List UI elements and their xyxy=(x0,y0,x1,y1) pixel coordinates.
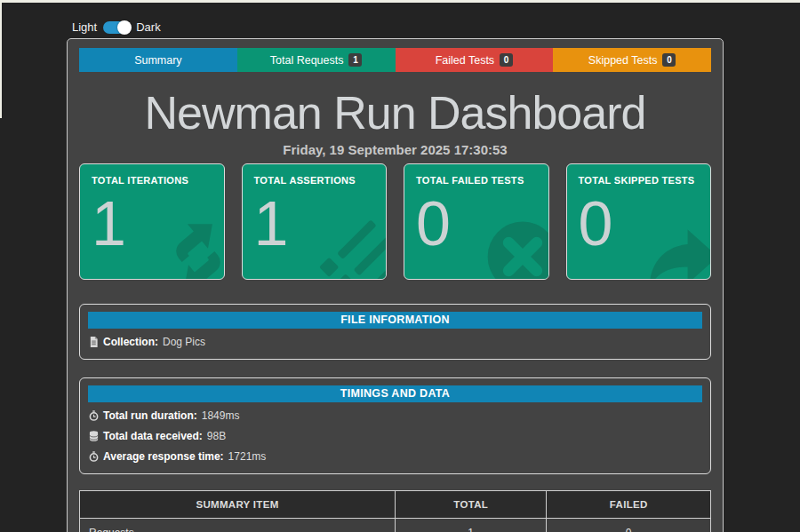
window-top-edge xyxy=(0,0,800,3)
timing-value: 1849ms xyxy=(202,409,240,423)
stat-card-total-failed-tests: TOTAL FAILED TESTS 0 xyxy=(404,163,549,280)
collection-label: Collection: xyxy=(103,335,158,349)
column-header-total: TOTAL xyxy=(396,491,547,519)
stat-cards: TOTAL ITERATIONS 1 TOTAL ASSERTIONS 1 TO… xyxy=(79,163,711,280)
cell-failed: 0 xyxy=(547,519,711,532)
tab-total-requests[interactable]: Total Requests 1 xyxy=(237,48,396,72)
file-information-panel: FILE INFORMATION Collection: Dog Pics xyxy=(79,304,711,360)
summary-table-header-row: SUMMARY ITEM TOTAL FAILED xyxy=(80,491,711,519)
timings-panel: TIMINGS AND DATA Total run duration: 184… xyxy=(79,377,711,474)
timing-value: 1721ms xyxy=(228,449,267,464)
times-circle-icon xyxy=(484,218,549,280)
cell-total: 1 xyxy=(396,519,547,532)
stat-card-total-assertions: TOTAL ASSERTIONS 1 xyxy=(242,163,388,280)
summary-table: SUMMARY ITEM TOTAL FAILED Requests 1 0 xyxy=(79,490,711,532)
stat-card-total-iterations: TOTAL ITERATIONS 1 xyxy=(79,163,225,280)
table-row-requests: Requests 1 0 xyxy=(80,519,711,532)
page-title: Newman Run Dashboard xyxy=(68,85,723,140)
tab-label: Skipped Tests xyxy=(588,54,658,67)
tab-skipped-tests[interactable]: Skipped Tests 0 xyxy=(553,48,711,72)
timing-label: Total data received: xyxy=(103,429,203,443)
theme-toggle-dark-label: Dark xyxy=(136,20,160,34)
tab-badge: 0 xyxy=(500,53,513,67)
tab-failed-tests[interactable]: Failed Tests 0 xyxy=(396,48,554,72)
tab-bar: Summary Total Requests 1 Failed Tests 0 … xyxy=(79,48,711,72)
database-icon xyxy=(89,431,99,441)
timing-label: Total run duration: xyxy=(103,409,197,423)
stat-card-label: TOTAL ASSERTIONS xyxy=(254,175,375,186)
collection-value: Dog Pics xyxy=(163,335,205,349)
column-header-failed: FAILED xyxy=(547,491,711,519)
timing-line-avg-response: Average response time: 1721ms xyxy=(89,449,702,464)
stopwatch-icon xyxy=(89,451,99,462)
tab-badge: 0 xyxy=(662,53,676,67)
file-information-header: FILE INFORMATION xyxy=(88,312,702,329)
window-left-edge xyxy=(0,3,2,118)
tab-label: Failed Tests xyxy=(436,54,494,67)
column-header-summary-item: SUMMARY ITEM xyxy=(80,491,396,519)
cell-item: Requests xyxy=(80,519,396,532)
timing-value: 98B xyxy=(207,429,226,443)
stat-card-label: TOTAL FAILED TESTS xyxy=(416,175,537,186)
stopwatch-icon xyxy=(89,410,99,421)
theme-toggle-light-label: Light xyxy=(72,20,97,34)
theme-toggle: Light Dark xyxy=(72,20,161,34)
tab-badge: 1 xyxy=(348,53,362,67)
stat-card-label: TOTAL ITERATIONS xyxy=(92,175,212,186)
stat-card-label: TOTAL SKIPPED TESTS xyxy=(579,175,700,186)
collection-line: Collection: Dog Pics xyxy=(89,335,702,349)
run-timestamp: Friday, 19 September 2025 17:30:53 xyxy=(68,142,723,157)
tab-label: Total Requests xyxy=(270,54,344,67)
file-icon xyxy=(89,337,99,347)
timing-label: Average response time: xyxy=(103,449,224,464)
timing-line-duration: Total run duration: 1849ms xyxy=(89,409,702,423)
timing-line-data-received: Total data received: 98B xyxy=(89,429,702,443)
tab-summary[interactable]: Summary xyxy=(79,48,237,72)
timings-header: TIMINGS AND DATA xyxy=(88,385,702,402)
theme-toggle-switch[interactable] xyxy=(103,21,130,34)
tab-label: Summary xyxy=(134,54,181,67)
stat-card-total-skipped-tests: TOTAL SKIPPED TESTS 0 xyxy=(566,163,712,280)
theme-toggle-knob[interactable] xyxy=(117,20,132,35)
share-icon xyxy=(646,218,711,280)
dashboard-container: Summary Total Requests 1 Failed Tests 0 … xyxy=(67,38,724,532)
